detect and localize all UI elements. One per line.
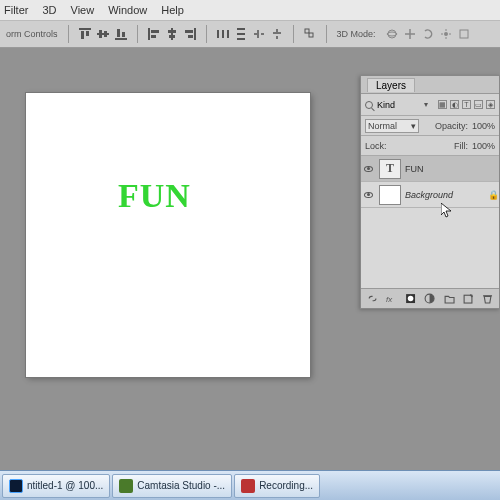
adjustment-icon[interactable]: [424, 293, 435, 304]
taskbar-item-recording[interactable]: Recording...: [234, 474, 320, 498]
taskbar-label: Recording...: [259, 480, 313, 491]
chevron-down-icon[interactable]: ▾: [424, 100, 434, 109]
light-icon[interactable]: [440, 28, 452, 40]
svg-rect-13: [168, 30, 176, 33]
group-icon[interactable]: [444, 293, 455, 304]
svg-rect-11: [151, 35, 156, 38]
svg-text:fx: fx: [386, 295, 393, 304]
layer-row-text[interactable]: T FUN: [361, 156, 499, 182]
menu-bar: Filter 3D View Window Help: [0, 0, 500, 20]
taskbar-item-camtasia[interactable]: Camtasia Studio -...: [112, 474, 232, 498]
svg-point-26: [388, 30, 396, 38]
distribute-h-icon[interactable]: [217, 28, 229, 40]
svg-rect-14: [169, 35, 175, 38]
svg-rect-16: [185, 30, 193, 33]
link-layers-icon[interactable]: [367, 293, 378, 304]
filter-shape-icon[interactable]: ▭: [474, 100, 483, 109]
svg-rect-23: [237, 38, 245, 40]
taskbar: ntitled-1 @ 100... Camtasia Studio -... …: [0, 470, 500, 500]
blend-row: Normal▾ Opacity: 100%: [361, 116, 499, 136]
layers-panel: Layers Kind ▾ ▦ ◐ T ▭ ◈ Normal▾ Opacity:…: [360, 75, 500, 309]
orbit-icon[interactable]: [386, 28, 398, 40]
options-label: orm Controls: [6, 29, 58, 39]
svg-rect-15: [194, 28, 196, 40]
align-left-icon[interactable]: [148, 28, 160, 40]
layer-thumb-text[interactable]: T: [379, 159, 401, 179]
filter-adjust-icon[interactable]: ◐: [450, 100, 459, 109]
align-right-icon[interactable]: [184, 28, 196, 40]
align-bottom-icon[interactable]: [115, 28, 127, 40]
align-hcenter-icon[interactable]: [166, 28, 178, 40]
menu-view[interactable]: View: [71, 4, 95, 16]
layer-name[interactable]: Background: [405, 190, 487, 200]
svg-rect-7: [117, 29, 120, 37]
menu-filter[interactable]: Filter: [4, 4, 28, 16]
svg-point-28: [444, 32, 448, 36]
svg-rect-21: [237, 28, 245, 30]
blend-mode-select[interactable]: Normal▾: [365, 119, 419, 133]
taskbar-label: Camtasia Studio -...: [137, 480, 225, 491]
canvas-text-layer[interactable]: FUN: [118, 177, 191, 215]
svg-rect-29: [460, 30, 468, 38]
align-top-icon[interactable]: [79, 28, 91, 40]
mode-icons: [386, 28, 470, 40]
distribute-space-v-icon[interactable]: [271, 28, 283, 40]
svg-rect-39: [483, 295, 492, 296]
panel-tabbar: Layers: [361, 76, 499, 94]
svg-rect-3: [97, 33, 109, 35]
svg-rect-38: [464, 295, 472, 303]
distribute-v-icon[interactable]: [235, 28, 247, 40]
svg-rect-20: [227, 30, 229, 38]
menu-help[interactable]: Help: [161, 4, 184, 16]
tab-layers[interactable]: Layers: [367, 78, 415, 92]
menu-window[interactable]: Window: [108, 4, 147, 16]
panel-footer: fx: [361, 288, 499, 308]
pan-icon[interactable]: [404, 28, 416, 40]
opacity-value[interactable]: 100%: [472, 121, 495, 131]
svg-rect-25: [309, 33, 313, 37]
svg-point-36: [408, 296, 414, 302]
blend-mode-value: Normal: [368, 121, 397, 131]
filter-pixel-icon[interactable]: ▦: [438, 100, 447, 109]
filter-smart-icon[interactable]: ◈: [486, 100, 495, 109]
layer-row-background[interactable]: Background 🔒: [361, 182, 499, 208]
fx-icon[interactable]: fx: [386, 293, 397, 304]
svg-rect-24: [305, 29, 309, 33]
lock-icon: 🔒: [487, 190, 499, 200]
menu-3d[interactable]: 3D: [42, 4, 56, 16]
visibility-eye-icon[interactable]: [364, 192, 373, 198]
layers-list: T FUN Background 🔒: [361, 156, 499, 208]
lock-row: Lock: Fill: 100%: [361, 136, 499, 156]
fill-value[interactable]: 100%: [472, 141, 495, 151]
svg-rect-12: [171, 28, 173, 40]
align-group: [79, 28, 127, 40]
filter-kind-select[interactable]: Kind: [377, 100, 420, 110]
svg-rect-5: [104, 31, 107, 37]
filter-type-icon[interactable]: T: [462, 100, 471, 109]
roll-icon[interactable]: [422, 28, 434, 40]
svg-rect-1: [81, 31, 84, 39]
svg-rect-10: [151, 30, 159, 33]
visibility-eye-icon[interactable]: [364, 166, 373, 172]
svg-rect-18: [217, 30, 219, 38]
layer-name[interactable]: FUN: [405, 164, 487, 174]
new-layer-icon[interactable]: [463, 293, 474, 304]
trash-icon[interactable]: [482, 293, 493, 304]
svg-rect-6: [115, 38, 127, 40]
mask-icon[interactable]: [405, 293, 416, 304]
layer-thumb-bg[interactable]: [379, 185, 401, 205]
taskbar-item-photoshop[interactable]: ntitled-1 @ 100...: [2, 474, 110, 498]
align-vcenter-icon[interactable]: [97, 28, 109, 40]
svg-rect-0: [79, 28, 91, 30]
svg-rect-17: [188, 35, 193, 38]
scale-icon[interactable]: [458, 28, 470, 40]
distribute-space-h-icon[interactable]: [253, 28, 265, 40]
auto-align-icon[interactable]: [304, 28, 316, 40]
document-canvas[interactable]: FUN: [26, 93, 310, 377]
svg-rect-22: [237, 33, 245, 35]
camtasia-icon: [119, 479, 133, 493]
options-bar: orm Controls 3D Mode:: [0, 20, 500, 48]
recording-icon: [241, 479, 255, 493]
svg-rect-8: [122, 32, 125, 37]
svg-rect-2: [86, 31, 89, 36]
